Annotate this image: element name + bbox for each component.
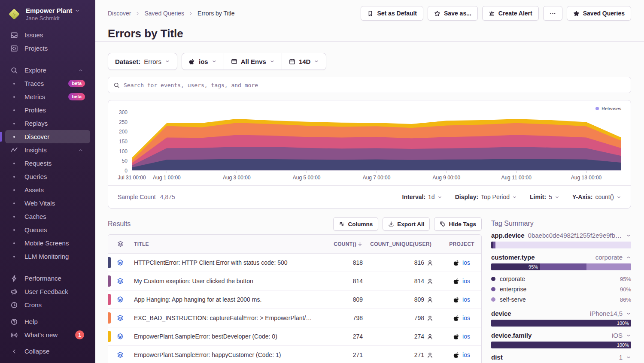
save-as-button[interactable]: Save as... <box>428 6 478 21</box>
hide-tags-button[interactable]: Hide Tags <box>434 217 482 231</box>
chart-legend[interactable]: Releases <box>595 106 621 111</box>
sidebar-item-insights[interactable]: Insights <box>5 143 90 157</box>
user-icon <box>427 296 433 303</box>
sidebar-item-explore[interactable]: Explore <box>5 64 90 77</box>
tag-distribution-bar <box>491 242 631 248</box>
sidebar-item-label: Assets <box>24 186 86 194</box>
sidebar-item-issues[interactable]: Issues <box>5 28 90 42</box>
project-link[interactable]: ios <box>462 315 470 321</box>
series-color-bar <box>108 294 111 305</box>
expand-row-icon[interactable] <box>108 278 132 284</box>
column-header-project[interactable]: PROJECT <box>433 241 481 247</box>
apple-icon <box>453 315 460 321</box>
column-header-title[interactable]: TITLE <box>132 241 317 247</box>
tag-legend-row: enterprise90% <box>491 284 631 294</box>
star-icon <box>434 10 440 17</box>
insights-icon <box>10 146 18 154</box>
columns-button[interactable]: Columns <box>333 217 378 231</box>
ios-filter-dropdown[interactable]: ios <box>182 53 224 70</box>
sidebar-item-metrics[interactable]: Metricsbeta <box>5 90 90 103</box>
expand-row-icon[interactable] <box>108 351 132 358</box>
table-row[interactable]: EmpowerPlant.SampleError: bestDeveloper … <box>108 327 481 346</box>
sidebar-item-discover[interactable]: Discover <box>5 130 90 143</box>
table-row[interactable]: HTTPClientError: HTTP Client Error with … <box>108 254 481 272</box>
sidebar-item-queues[interactable]: Queues <box>5 223 90 236</box>
button-label: Save as... <box>444 10 471 17</box>
table-row[interactable]: App Hanging: App hanging for at least 20… <box>108 290 481 309</box>
sidebar-item-profiles[interactable]: Profiles <box>5 103 90 117</box>
dataset-dropdown[interactable]: Dataset: Errors <box>108 53 177 70</box>
stack-column-icon <box>108 241 132 247</box>
sidebar-item-projects[interactable]: Projects <box>5 42 90 55</box>
project-link[interactable]: ios <box>462 333 470 340</box>
expand-row-icon[interactable] <box>108 315 132 321</box>
user-icon <box>427 315 433 321</box>
14d-filter-dropdown[interactable]: 14D <box>282 53 326 70</box>
series-color-bar <box>108 312 111 324</box>
sidebar-item-performance[interactable]: Performance <box>5 272 90 285</box>
expand-row-icon[interactable] <box>108 259 132 266</box>
tag-bar-segment <box>586 263 631 270</box>
sidebar-item-caches[interactable]: Caches <box>5 210 90 223</box>
sidebar-item-mobile-screens[interactable]: Mobile Screens <box>5 236 90 250</box>
tag-header[interactable]: app.device0baebc0de4982f1255f2e9e9fb7… <box>491 232 631 239</box>
project-link[interactable]: ios <box>462 296 470 303</box>
sidebar-item-what-s-new[interactable]: What's new1 <box>5 328 90 342</box>
project-link[interactable]: ios <box>462 351 470 358</box>
bullet-icon <box>9 172 19 181</box>
more-options-button[interactable] <box>543 6 562 21</box>
tag-item-dist: dist1 <box>491 354 631 361</box>
sidebar-item-replays[interactable]: Replays <box>5 117 90 130</box>
set-as-default-button[interactable]: Set as Default <box>361 6 423 21</box>
issues-icon <box>10 31 18 39</box>
export-all-button[interactable]: Export All <box>383 217 430 231</box>
table-row[interactable]: EmpowerPlant.SampleError: happyCustomer … <box>108 346 481 363</box>
sidebar-item-web-vitals[interactable]: Web Vitals <box>5 197 90 210</box>
releases-legend-dot <box>595 107 599 110</box>
breadcrumb-discover[interactable]: Discover <box>108 10 131 17</box>
sidebar-item-label: User Feedback <box>24 288 86 295</box>
expand-row-icon[interactable] <box>108 333 132 340</box>
sidebar-item-queries[interactable]: Queries <box>5 170 90 183</box>
project-link[interactable]: ios <box>462 259 470 266</box>
sidebar-item-requests[interactable]: Requests <box>5 157 90 170</box>
org-switcher[interactable]: Empower Plant Jane Schmidt <box>5 7 90 28</box>
tag-header[interactable]: device.familyiOS <box>491 332 631 339</box>
table-row[interactable]: EXC_BAD_INSTRUCTION: captureFatalError: … <box>108 309 481 327</box>
interval-dropdown[interactable]: Interval:1d <box>402 194 442 200</box>
y-axis-dropdown[interactable]: Y-Axis:count() <box>572 194 621 200</box>
layers-icon <box>117 333 124 340</box>
tag-header[interactable]: deviceiPhone14,5 <box>491 310 631 317</box>
sidebar-item-user-feedback[interactable]: User Feedback <box>5 285 90 298</box>
create-alert-button[interactable]: Create Alert <box>482 6 539 21</box>
chevron-down-icon <box>314 59 319 64</box>
limit-dropdown[interactable]: Limit:5 <box>530 194 559 200</box>
x-axis-tick <box>132 171 132 173</box>
sidebar-item-llm-monitoring[interactable]: LLM Monitoring <box>5 250 90 263</box>
breadcrumb-saved-queries[interactable]: Saved Queries <box>144 10 184 17</box>
sidebar-item-label: Crons <box>24 301 86 309</box>
tag-header[interactable]: dist1 <box>491 354 631 361</box>
sidebar-item-help[interactable]: Help <box>5 315 90 328</box>
column-header-count[interactable]: COUNT() <box>317 241 365 247</box>
table-row[interactable]: My Custom exeption: User clicked the but… <box>108 272 481 290</box>
all-envs-filter-dropdown[interactable]: All Envs <box>224 53 282 70</box>
sidebar-item-crons[interactable]: Crons <box>5 298 90 312</box>
project-link[interactable]: ios <box>462 278 470 284</box>
expand-row-icon[interactable] <box>108 296 132 303</box>
bullet-icon <box>9 106 19 115</box>
chevron-up-icon <box>78 68 83 73</box>
column-header-count-unique[interactable]: COUNT_UNIQUE(USER) <box>365 241 433 247</box>
search-input[interactable] <box>124 82 626 88</box>
user-icon <box>427 333 433 340</box>
sidebar-item-assets[interactable]: Assets <box>5 183 90 197</box>
sidebar-item-traces[interactable]: Tracesbeta <box>5 77 90 90</box>
tag-header[interactable]: customer.typecorporate <box>491 254 631 261</box>
row-project: ios <box>433 315 481 321</box>
sidebar-collapse-button[interactable]: Collapse <box>5 345 90 358</box>
series-color-bar <box>108 275 111 287</box>
display-dropdown[interactable]: Display:Top Period <box>455 194 517 200</box>
saved-queries-button[interactable]: Saved Queries <box>567 6 631 21</box>
tag-legend-row: corporate95% <box>491 274 631 284</box>
sidebar-item-label: Discover <box>24 133 86 140</box>
